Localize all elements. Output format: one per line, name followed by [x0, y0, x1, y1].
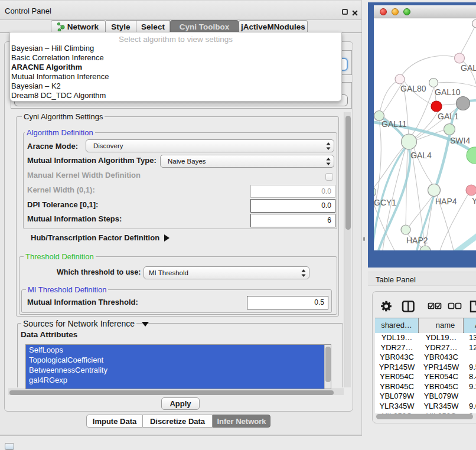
svg-text:GAL10: GAL10: [435, 87, 461, 97]
svg-text:GAL1: GAL1: [438, 112, 459, 121]
svg-text:GAL11: GAL11: [382, 119, 407, 129]
svg-text:SWI4: SWI4: [450, 136, 470, 145]
svg-text:YJ: YJ: [472, 196, 476, 206]
svg-text:HAP4: HAP4: [435, 197, 457, 206]
svg-text:GAL80: GAL80: [400, 84, 426, 93]
svg-text:HAP2: HAP2: [406, 236, 428, 245]
svg-text:GCY1: GCY1: [374, 198, 396, 207]
svg-text:GAL2: GAL2: [461, 63, 476, 73]
svg-text:GAL4: GAL4: [410, 151, 432, 160]
